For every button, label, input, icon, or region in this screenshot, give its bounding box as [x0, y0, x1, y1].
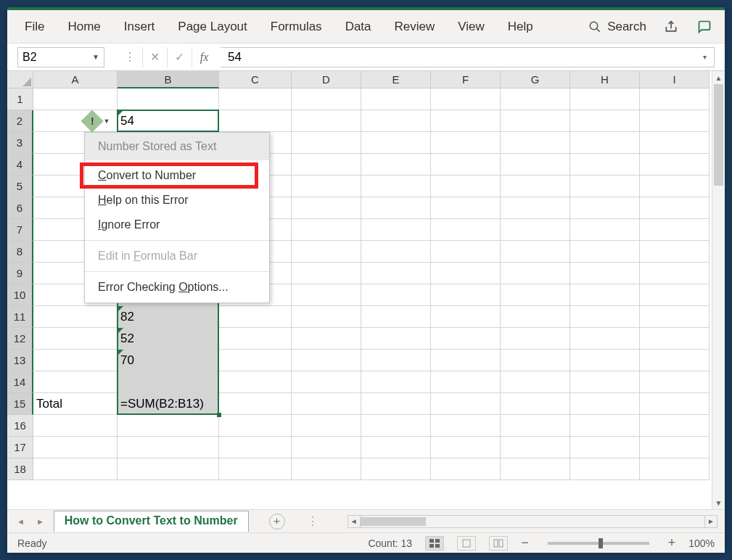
cell-I13[interactable] — [640, 350, 710, 371]
cell-E8[interactable] — [361, 241, 431, 263]
cell-E2[interactable] — [361, 110, 431, 132]
cell-A16[interactable] — [33, 415, 118, 437]
cell-I18[interactable] — [640, 458, 710, 480]
menu-formulas[interactable]: Formulas — [260, 12, 332, 41]
cell-B16[interactable] — [118, 415, 219, 437]
cell-D17[interactable] — [292, 437, 361, 458]
menu-item-help-on-this-error[interactable]: Help on this Error — [85, 188, 269, 213]
error-smart-tag[interactable]: !▼ — [84, 113, 112, 129]
row-header-10[interactable]: 10 — [7, 284, 33, 306]
cell-H9[interactable] — [570, 263, 640, 284]
cell-A12[interactable] — [33, 328, 118, 350]
cell-G10[interactable] — [501, 284, 570, 306]
row-header-12[interactable]: 12 — [7, 328, 33, 350]
cell-G11[interactable] — [501, 306, 570, 328]
zoom-out-button[interactable]: − — [521, 535, 529, 551]
cell-H2[interactable] — [570, 110, 640, 132]
cell-E5[interactable] — [361, 176, 431, 197]
cell-H12[interactable] — [570, 328, 640, 350]
cell-I14[interactable] — [640, 371, 710, 393]
cell-A18[interactable] — [33, 458, 118, 480]
tab-prev-icon[interactable]: ◄ — [15, 517, 27, 526]
cell-I3[interactable] — [640, 132, 710, 154]
cell-F7[interactable] — [431, 219, 501, 241]
row-header-18[interactable]: 18 — [7, 458, 33, 480]
cell-E9[interactable] — [361, 263, 431, 284]
cell-G6[interactable] — [501, 197, 570, 219]
cell-E15[interactable] — [361, 393, 431, 415]
scroll-up-icon[interactable]: ▲ — [712, 71, 725, 84]
col-header-F[interactable]: F — [431, 71, 501, 88]
horizontal-scrollbar[interactable]: ◄ ► — [348, 515, 717, 528]
row-header-7[interactable]: 7 — [7, 219, 33, 241]
col-header-H[interactable]: H — [570, 71, 640, 88]
cell-G16[interactable] — [501, 415, 570, 437]
cell-B12[interactable]: 52 — [118, 328, 219, 350]
zoom-knob[interactable] — [599, 538, 603, 548]
cell-H14[interactable] — [570, 371, 640, 393]
hscroll-thumb[interactable] — [361, 517, 426, 526]
row-header-9[interactable]: 9 — [7, 263, 33, 284]
tab-next-icon[interactable]: ► — [34, 517, 46, 526]
cell-E10[interactable] — [361, 284, 431, 306]
smart-tag-dropdown-icon[interactable]: ▼ — [102, 118, 111, 125]
cell-C12[interactable] — [219, 328, 292, 350]
search-box[interactable]: Search — [584, 17, 651, 37]
cell-B2[interactable]: 54 — [118, 110, 219, 132]
row-header-14[interactable]: 14 — [7, 371, 33, 393]
cell-A17[interactable] — [33, 437, 118, 458]
fbar-handle[interactable]: ⋮ — [118, 47, 142, 67]
cell-D6[interactable] — [292, 197, 361, 219]
cell-H7[interactable] — [570, 219, 640, 241]
row-header-3[interactable]: 3 — [7, 132, 33, 154]
col-header-C[interactable]: C — [219, 71, 292, 88]
cell-D8[interactable] — [292, 241, 361, 263]
cell-H6[interactable] — [570, 197, 640, 219]
cell-I15[interactable] — [640, 393, 710, 415]
add-sheet-button[interactable]: ＋ — [269, 514, 285, 530]
cell-F9[interactable] — [431, 263, 501, 284]
cell-B13[interactable]: 70 — [118, 350, 219, 371]
cell-D1[interactable] — [292, 88, 361, 110]
cell-E4[interactable] — [361, 154, 431, 176]
cell-C16[interactable] — [219, 415, 292, 437]
cell-G14[interactable] — [501, 371, 570, 393]
view-page-layout-button[interactable] — [457, 536, 476, 551]
row-header-8[interactable]: 8 — [7, 241, 33, 263]
menu-page-layout[interactable]: Page Layout — [168, 12, 257, 41]
cell-E11[interactable] — [361, 306, 431, 328]
cell-E6[interactable] — [361, 197, 431, 219]
cell-F2[interactable] — [431, 110, 501, 132]
select-all-corner[interactable] — [7, 71, 33, 88]
accept-formula-button[interactable]: ✓ — [167, 47, 192, 67]
cell-A11[interactable] — [33, 306, 118, 328]
cell-H1[interactable] — [570, 88, 640, 110]
row-header-1[interactable]: 1 — [7, 88, 33, 110]
cell-D13[interactable] — [292, 350, 361, 371]
cell-I7[interactable] — [640, 219, 710, 241]
zoom-level[interactable]: 100% — [688, 538, 715, 549]
cell-C2[interactable] — [219, 110, 292, 132]
cell-D12[interactable] — [292, 328, 361, 350]
menu-item-convert-to-number[interactable]: Convert to Number — [85, 163, 269, 188]
cell-F4[interactable] — [431, 154, 501, 176]
cell-D9[interactable] — [292, 263, 361, 284]
cell-G5[interactable] — [501, 176, 570, 197]
col-header-I[interactable]: I — [640, 71, 710, 88]
cell-F12[interactable] — [431, 328, 501, 350]
zoom-in-button[interactable]: + — [668, 535, 676, 551]
cell-A14[interactable] — [33, 371, 118, 393]
menu-file[interactable]: File — [15, 12, 54, 41]
cell-D18[interactable] — [292, 458, 361, 480]
cell-G9[interactable] — [501, 263, 570, 284]
row-header-13[interactable]: 13 — [7, 350, 33, 371]
cell-E12[interactable] — [361, 328, 431, 350]
cell-F6[interactable] — [431, 197, 501, 219]
menu-review[interactable]: Review — [384, 12, 445, 41]
cell-H4[interactable] — [570, 154, 640, 176]
cell-F14[interactable] — [431, 371, 501, 393]
cell-I11[interactable] — [640, 306, 710, 328]
cell-E1[interactable] — [361, 88, 431, 110]
fx-button[interactable]: fx — [192, 47, 216, 67]
cell-H13[interactable] — [570, 350, 640, 371]
